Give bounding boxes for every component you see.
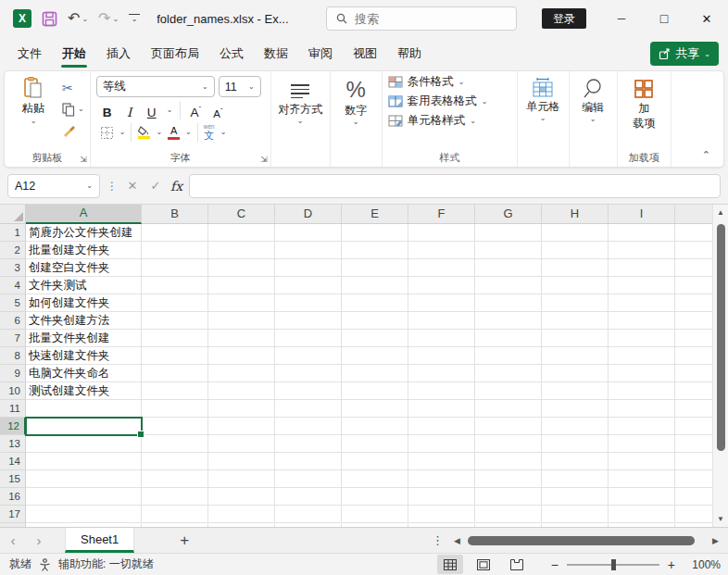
cell[interactable] (142, 224, 208, 242)
cell[interactable] (142, 435, 208, 453)
cell[interactable] (408, 277, 475, 294)
cell[interactable] (275, 453, 342, 470)
cell[interactable] (609, 259, 675, 277)
cell[interactable] (475, 400, 542, 418)
maximize-button[interactable]: □ (643, 0, 685, 37)
clipboard-dialog-launcher-icon[interactable]: ⇲ (80, 155, 87, 164)
cell[interactable] (542, 224, 609, 242)
decrease-font-button[interactable]: Aˇ (210, 101, 225, 119)
row-header[interactable]: 3 (0, 259, 26, 277)
column-header[interactable]: F (408, 205, 475, 224)
row-header[interactable]: 7 (0, 330, 26, 347)
cell[interactable] (609, 435, 675, 453)
insert-function-button[interactable]: fx (170, 179, 182, 194)
formula-input[interactable] (189, 174, 721, 198)
redo-dropdown-icon[interactable]: ⌄ (113, 15, 119, 23)
cell[interactable] (275, 418, 342, 435)
normal-view-button[interactable] (437, 555, 463, 574)
cell[interactable] (142, 453, 208, 470)
cell[interactable] (26, 488, 142, 506)
cell[interactable] (275, 330, 342, 347)
borders-icon[interactable] (100, 126, 114, 140)
row-header[interactable]: 16 (0, 488, 26, 506)
font-color-button[interactable]: A (168, 126, 180, 140)
cell[interactable] (208, 488, 275, 506)
cell[interactable] (142, 312, 208, 330)
zoom-out-button[interactable]: − (551, 558, 559, 571)
search-input[interactable] (355, 12, 484, 26)
font-size-select[interactable]: 11⌄ (219, 76, 261, 97)
cell[interactable] (208, 453, 275, 470)
paste-dropdown-icon[interactable]: ⌄ (31, 118, 37, 125)
select-all-corner[interactable] (0, 205, 26, 224)
cell[interactable]: 测试创建文件夹 (26, 382, 142, 400)
cell[interactable] (342, 312, 408, 330)
cell[interactable] (342, 365, 408, 382)
cell[interactable] (609, 224, 675, 242)
next-sheet-button[interactable]: › (26, 532, 52, 548)
cell[interactable] (475, 294, 542, 312)
zoom-level[interactable]: 100% (684, 558, 721, 571)
phonetic-guide-button[interactable]: wén 文 (204, 124, 215, 141)
cell[interactable] (408, 382, 475, 400)
cell[interactable] (208, 418, 275, 435)
cell[interactable] (475, 470, 542, 488)
scroll-left-icon[interactable]: ◀ (454, 536, 460, 545)
paste-button[interactable]: 粘贴 ⌄ (10, 76, 56, 140)
cell[interactable] (342, 418, 408, 435)
row-header[interactable]: 9 (0, 365, 26, 382)
cell[interactable] (408, 418, 475, 435)
cell[interactable] (208, 294, 275, 312)
cell[interactable] (342, 242, 408, 259)
editing-button[interactable]: 编辑 ⌄ (575, 76, 611, 125)
cell[interactable] (609, 453, 675, 470)
conditional-formatting-button[interactable]: 条件格式 ⌄ (388, 74, 511, 90)
cell[interactable] (208, 330, 275, 347)
cell[interactable] (609, 294, 675, 312)
cell[interactable] (275, 382, 342, 400)
cell[interactable]: 文件夹创建方法 (26, 312, 142, 330)
horizontal-scrollbar-thumb[interactable] (468, 536, 695, 545)
cell[interactable]: 创建空白文件夹 (26, 259, 142, 277)
column-header[interactable]: A (26, 205, 142, 224)
format-as-table-button[interactable]: 套用表格格式 ⌄ (388, 94, 511, 109)
cell[interactable] (142, 259, 208, 277)
cell[interactable] (275, 365, 342, 382)
row-header[interactable]: 4 (0, 277, 26, 294)
row-header[interactable]: 12 (0, 418, 26, 435)
page-layout-view-button[interactable] (471, 555, 496, 574)
alignment-button[interactable]: 对齐方式 ⌄ (277, 76, 324, 127)
cell[interactable] (408, 400, 475, 418)
cell[interactable] (408, 347, 475, 365)
search-box[interactable] (326, 6, 517, 31)
zoom-slider[interactable] (567, 564, 659, 566)
cell[interactable] (26, 418, 142, 435)
column-header[interactable]: B (142, 205, 208, 224)
cell[interactable] (542, 435, 609, 453)
cell[interactable] (208, 400, 275, 418)
cell[interactable] (275, 506, 342, 523)
cell[interactable] (275, 242, 342, 259)
cancel-icon[interactable]: ✕ (124, 179, 141, 193)
cell[interactable] (408, 365, 475, 382)
cell[interactable] (142, 294, 208, 312)
row-header[interactable]: 17 (0, 506, 26, 523)
zoom-slider-thumb[interactable] (611, 559, 616, 570)
copy-button[interactable]: ⌄ (62, 100, 84, 119)
cell[interactable] (609, 277, 675, 294)
column-header[interactable]: H (542, 205, 609, 224)
cell[interactable] (142, 347, 208, 365)
sheet-tab[interactable]: Sheet1 (65, 528, 134, 553)
cell[interactable] (208, 365, 275, 382)
cell[interactable] (342, 259, 408, 277)
cell[interactable] (542, 418, 609, 435)
row-header[interactable]: 13 (0, 435, 26, 453)
cell[interactable] (475, 259, 542, 277)
cell[interactable] (142, 242, 208, 259)
scroll-up-icon[interactable]: ▲ (713, 208, 728, 217)
cell[interactable] (26, 506, 142, 523)
vertical-scrollbar[interactable]: ▲ ▼ (712, 205, 728, 527)
cell[interactable] (475, 242, 542, 259)
cells-button[interactable]: 单元格 ⌄ (523, 76, 563, 124)
addins-button[interactable]: 加 载项 (623, 76, 665, 132)
